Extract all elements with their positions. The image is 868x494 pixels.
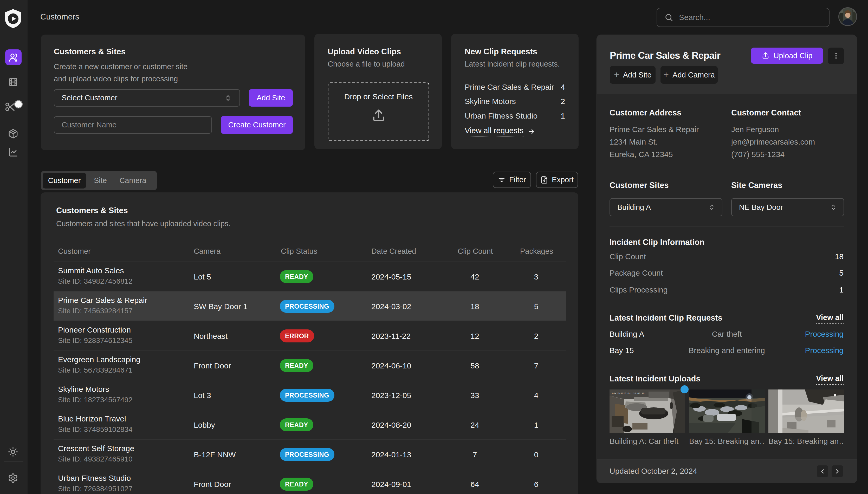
svg-text:02-25-2023 Oct 20:00:20: 02-25-2023 Oct 20:00:20 — [612, 392, 644, 395]
